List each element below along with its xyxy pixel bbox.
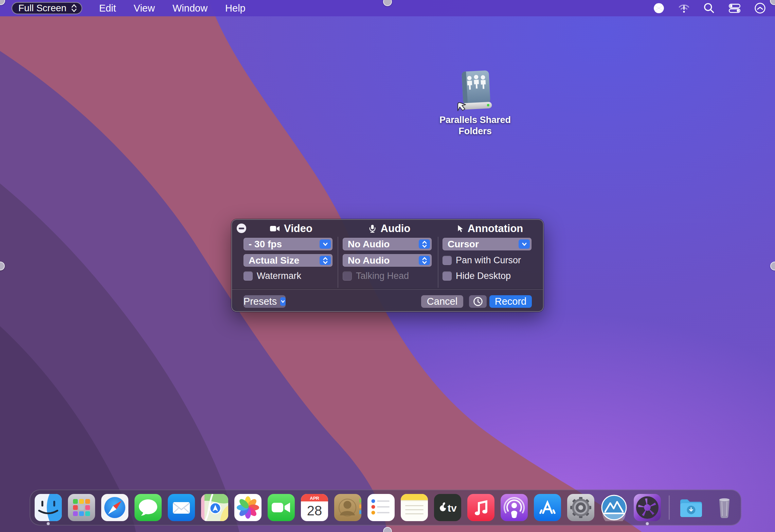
apple-tv-label: tv [448,502,457,514]
annotation-section-header: Annotation [456,223,523,235]
footer-divider [232,289,543,290]
dock-screenflow-icon[interactable] [634,494,661,521]
network-drive-icon [454,70,496,112]
screenflow-shutter-icon[interactable] [653,2,665,14]
dock-apple-tv-icon[interactable]: tv [434,494,461,521]
desktop-icon-label: Parallels Shared Folders [439,114,511,137]
video-section-header: Video [270,223,312,235]
cancel-button[interactable]: Cancel [421,295,463,308]
chevron-down-icon [320,240,331,249]
user-session-icon[interactable] [754,2,766,14]
audio-source-2-select[interactable]: No Audio [343,254,432,267]
hide-desktop-checkbox[interactable] [443,271,452,281]
column-divider [338,237,338,288]
menu-edit[interactable]: Edit [99,3,116,14]
clock-icon [473,296,483,307]
dock-divider [669,495,670,520]
collapse-button[interactable] [237,224,246,233]
chevron-updown-icon [419,240,430,249]
dock-notes-icon[interactable] [401,494,428,521]
dock: APR 28 [30,490,741,526]
calendar-day-label: 28 [307,503,322,518]
capture-scope-label: Full Screen [18,3,67,14]
pointer-style-select[interactable]: Cursor [443,238,531,250]
framerate-select[interactable]: - 30 fps [244,238,332,250]
audio-section-header: Audio [368,223,411,235]
dock-launchpad-icon[interactable] [68,494,95,521]
chevron-updown-icon [419,256,430,265]
menu-view[interactable]: View [134,3,155,14]
search-icon[interactable] [703,2,715,14]
dock-finder-icon[interactable] [35,494,62,521]
chevron-down-icon [280,297,286,306]
dock-app-store-icon[interactable] [534,494,561,521]
dock-parallels-icon[interactable] [600,494,628,521]
chevron-updown-icon [320,256,331,265]
dock-calendar-icon[interactable]: APR 28 [301,494,328,521]
dock-podcasts-icon[interactable] [501,494,528,521]
calendar-month-label: APR [310,496,319,501]
microphone-icon [368,224,377,234]
capture-size-select[interactable]: Actual Size [244,254,332,267]
presets-button[interactable]: Presets [244,295,286,308]
column-divider [438,237,438,288]
dock-downloads-folder-icon[interactable] [678,494,705,521]
updown-chevron-icon [71,3,77,13]
dock-reminders-icon[interactable] [367,494,395,521]
video-camera-icon [270,224,280,233]
chevron-down-icon [519,240,530,249]
dock-music-icon[interactable] [467,494,494,521]
dock-maps-icon[interactable] [201,494,228,521]
pan-with-cursor-row: Pan with Cursor [443,255,521,266]
watermark-checkbox[interactable] [244,271,253,281]
dock-safari-icon[interactable] [101,494,128,521]
dock-facetime-icon[interactable] [268,494,295,521]
recording-config-dialog: Video Audio Annotation - 30 fps Actual S… [231,219,544,312]
audio-source-1-select[interactable]: No Audio [343,238,432,250]
wifi-alert-icon[interactable] [678,2,690,14]
menu-help[interactable]: Help [225,3,246,14]
hide-desktop-row: Hide Desktop [443,271,511,281]
timer-button[interactable] [469,295,487,308]
cursor-arrow-icon [456,224,464,233]
control-center-icon[interactable] [728,2,741,14]
dock-messages-icon[interactable] [134,494,162,521]
pan-with-cursor-checkbox[interactable] [443,256,452,265]
talking-head-row: Talking Head [343,271,409,281]
menu-window[interactable]: Window [173,3,208,14]
parallels-shared-folders-icon[interactable]: Parallels Shared Folders [438,70,512,137]
capture-scope-selector[interactable]: Full Screen [12,2,82,14]
dock-mail-icon[interactable] [168,494,195,521]
dock-photos-icon[interactable] [234,494,262,521]
dock-system-preferences-icon[interactable] [567,494,594,521]
talking-head-checkbox [343,271,352,281]
record-button[interactable]: Record [489,295,532,308]
dock-trash-icon[interactable] [711,494,738,521]
dock-contacts-icon[interactable] [334,494,361,521]
watermark-row: Watermark [244,271,301,281]
